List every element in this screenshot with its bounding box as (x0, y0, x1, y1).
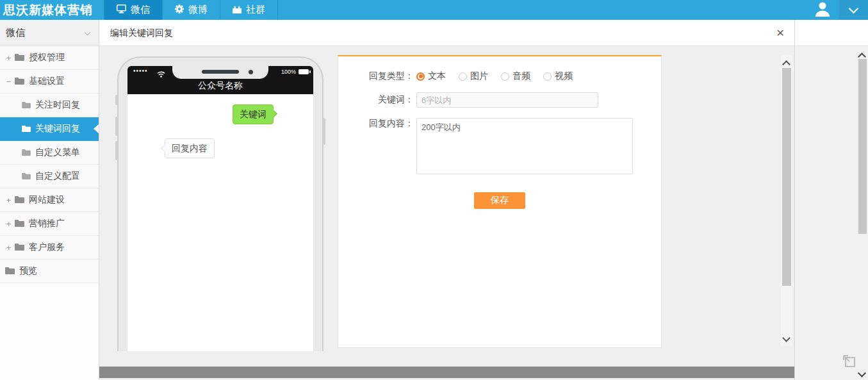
sidebar-section-header[interactable]: 微信 (0, 20, 99, 46)
sidebar-item-wangzhanjianshe[interactable]: + 网站建设 (0, 188, 99, 212)
sidebar: 微信 + 授权管理 − 基础设置 关注时回复 关键词回复 自定义菜单 (0, 20, 99, 380)
folder-icon (15, 219, 24, 229)
folder-icon (22, 100, 31, 110)
radio-option-video[interactable]: 视频 (543, 70, 573, 82)
selected-item-arrow (94, 124, 99, 133)
reply-bubble: 回复内容 (165, 138, 215, 158)
reply-type-label: 回复类型： (338, 70, 414, 82)
sidebar-item-label: 基础设置 (29, 76, 65, 87)
keyword-input[interactable] (416, 92, 598, 108)
chevron-down-icon (849, 3, 859, 13)
scroll-down-arrow[interactable] (782, 334, 790, 342)
topbar-right (805, 0, 868, 20)
expand-plus-icon[interactable]: + (5, 243, 12, 252)
inner-vertical-scrollbar[interactable] (781, 55, 792, 346)
sidebar-item-label: 网站建设 (29, 194, 65, 206)
scroll-up-arrow[interactable] (782, 60, 790, 69)
sidebar-item-yulan[interactable]: 预览 (0, 260, 99, 283)
camera-dot (249, 70, 253, 74)
reply-type-row: 回复类型： 文本 图片 音频 (338, 70, 661, 82)
phone-preview: ••••• 100% 公众号名称 关键词 回 (117, 56, 323, 351)
radio-label: 文本 (428, 70, 446, 82)
phone-volume-down-button (115, 141, 118, 160)
sidebar-item-label: 预览 (19, 265, 37, 277)
sidebar-item-label: 关注时回复 (35, 99, 80, 111)
tab-weixin[interactable]: 微信 (104, 0, 162, 20)
sidebar-item-shouquanguanli[interactable]: + 授权管理 (0, 46, 99, 70)
keyword-label: 关键词： (338, 94, 414, 106)
save-button[interactable]: 保存 (474, 192, 525, 209)
collapse-minus-icon[interactable]: − (5, 77, 12, 87)
top-navigation-bar: 思沃新媒体营销 微信 微博 社群 (0, 0, 868, 20)
signal-strength-icon: ••••• (133, 67, 148, 74)
monitor-icon (117, 4, 126, 15)
sidebar-item-yingxiaotuiguang[interactable]: + 营销推广 (0, 212, 99, 236)
expand-plus-icon[interactable]: + (5, 53, 12, 63)
tab-shequn[interactable]: 社群 (220, 0, 278, 20)
sidebar-item-jichushezhi[interactable]: − 基础设置 (0, 70, 99, 94)
battery-icon (299, 69, 309, 74)
tab-label: 微信 (131, 4, 150, 16)
modal-content: ••••• 100% 公众号名称 关键词 回 (99, 46, 794, 380)
folder-icon (22, 124, 31, 134)
community-icon (233, 4, 242, 15)
account-dropdown-button[interactable] (839, 0, 868, 20)
phone-power-button (323, 118, 325, 145)
phone-notch (172, 66, 268, 79)
sidebar-item-label: 营销推广 (29, 218, 65, 229)
horizontal-scrollbar-thumb[interactable] (99, 367, 794, 378)
folder-icon (15, 195, 24, 205)
sidebar-item-label: 自定义配置 (35, 170, 80, 182)
sidebar-item-kehufuwu[interactable]: + 客户服务 (0, 236, 99, 260)
radio-icon[interactable] (459, 72, 467, 81)
folder-icon (22, 171, 31, 181)
expand-plus-icon[interactable]: + (5, 195, 12, 205)
chat-preview: 关键词 回复内容 (127, 94, 313, 351)
radio-icon[interactable] (501, 72, 509, 81)
chevron-down-icon (85, 29, 91, 36)
popout-restore-icon[interactable] (842, 354, 857, 369)
radio-label: 音频 (512, 70, 530, 82)
modal-title: 编辑关键词回复 (110, 20, 173, 45)
sidebar-item-guanzhushihuifu[interactable]: 关注时回复 (0, 94, 99, 117)
scrollbar-thumb[interactable] (782, 68, 791, 286)
radio-label: 图片 (470, 70, 488, 82)
user-avatar-button[interactable] (805, 0, 839, 20)
close-icon[interactable]: × (773, 24, 788, 41)
browser-vertical-scrollbar[interactable] (856, 46, 868, 380)
folder-icon (15, 242, 24, 252)
radio-option-audio[interactable]: 音频 (501, 70, 530, 82)
sidebar-item-label: 授权管理 (29, 52, 65, 63)
radio-option-image[interactable]: 图片 (459, 70, 488, 82)
reply-content-row: 回复内容： 200字以内 (338, 118, 661, 174)
save-row: 保存 (338, 192, 661, 209)
tab-label: 微博 (188, 4, 208, 16)
official-account-title: 公众号名称 (127, 80, 313, 92)
sidebar-item-label: 关键词回复 (35, 123, 80, 135)
battery-percent: 100% (281, 69, 296, 75)
app-logo[interactable]: 思沃新媒体营销 (0, 0, 104, 20)
sidebar-item-label: 自定义菜单 (35, 147, 80, 158)
sidebar-item-zidingyipeizhi[interactable]: 自定义配置 (0, 165, 99, 188)
reply-type-options: 文本 图片 音频 视频 (416, 70, 573, 82)
expand-plus-icon[interactable]: + (5, 219, 12, 229)
folder-icon (22, 147, 31, 158)
folder-icon (15, 76, 24, 87)
horizontal-scrollbar[interactable] (99, 367, 794, 378)
speaker-slot (202, 70, 239, 74)
scroll-down-arrow[interactable] (858, 369, 866, 377)
app-window: 思沃新媒体营销 微信 微博 社群 (0, 0, 868, 380)
tab-weibo[interactable]: 微博 (162, 0, 220, 20)
modal-header: 编辑关键词回复 × (99, 20, 868, 46)
radio-icon[interactable] (543, 72, 552, 81)
scrollbar-thumb[interactable] (858, 59, 867, 234)
keyword-reply-form: 回复类型： 文本 图片 音频 (338, 55, 662, 348)
sidebar-item-guanjiancihuifu[interactable]: 关键词回复 (0, 117, 99, 141)
reply-content-textarea[interactable]: 200字以内 (416, 118, 633, 174)
radio-option-text[interactable]: 文本 (416, 70, 446, 82)
top-tabs: 微信 微博 社群 (104, 0, 278, 20)
radio-selected-icon[interactable] (416, 72, 425, 81)
sidebar-item-zidingyicaidan[interactable]: 自定义菜单 (0, 141, 99, 165)
wifi-icon (157, 69, 165, 80)
user-avatar-icon (814, 1, 831, 19)
